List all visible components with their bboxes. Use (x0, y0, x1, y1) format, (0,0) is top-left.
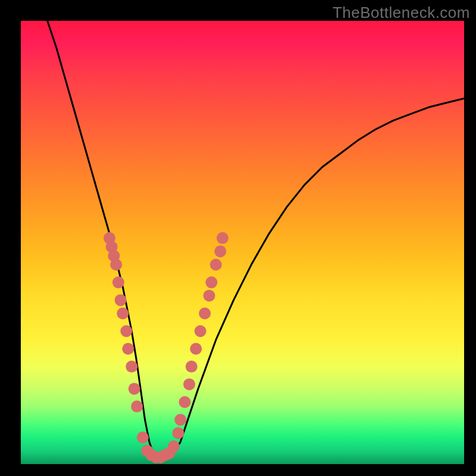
sample-points-group (104, 232, 228, 464)
sample-point (210, 259, 222, 271)
sample-point (183, 378, 195, 390)
chart-frame: TheBottleneck.com (0, 0, 476, 476)
sample-point (137, 431, 149, 443)
sample-point (174, 414, 186, 426)
sample-point (131, 400, 143, 412)
sample-point (199, 308, 211, 320)
sample-point (112, 277, 124, 289)
sample-point (168, 440, 180, 452)
sample-point (179, 396, 191, 408)
sample-point (117, 308, 129, 320)
sample-point (110, 259, 122, 271)
sample-point (120, 325, 132, 337)
watermark-text: TheBottleneck.com (333, 4, 470, 22)
sample-point (186, 361, 198, 372)
sample-point (203, 290, 215, 302)
sample-point (214, 245, 226, 257)
sample-point (205, 277, 217, 289)
chart-overlay (21, 21, 464, 464)
sample-point (195, 325, 206, 337)
sample-point (122, 343, 134, 355)
sample-point (129, 383, 140, 394)
sample-point (217, 232, 228, 244)
sample-point (126, 361, 137, 372)
sample-point (190, 343, 202, 355)
sample-point (115, 294, 127, 306)
sample-point (173, 427, 184, 439)
